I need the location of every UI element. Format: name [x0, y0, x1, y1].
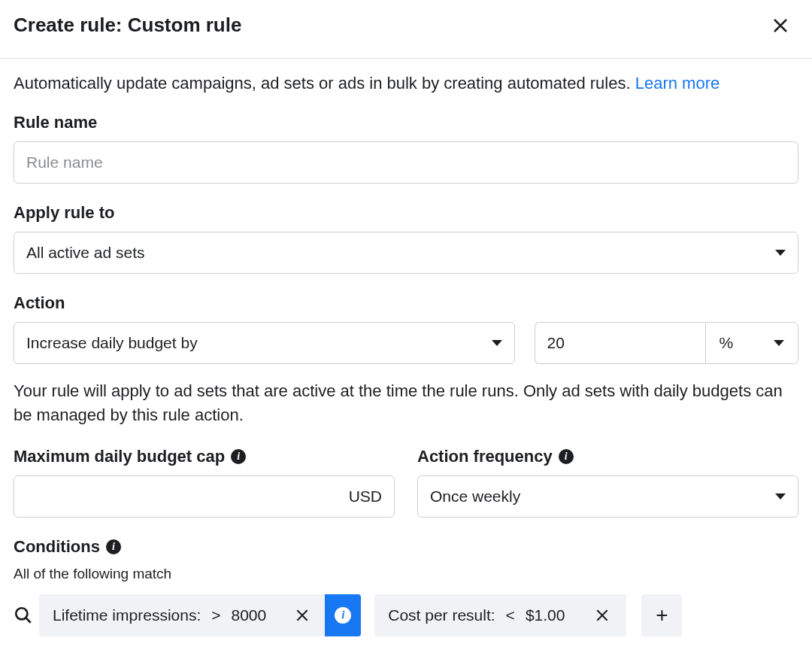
info-icon[interactable]: i: [231, 449, 246, 464]
budget-cap-label-text: Maximum daily budget cap: [14, 447, 225, 466]
condition-remove-button[interactable]: [289, 605, 316, 626]
frequency-selected: Once weekly: [430, 487, 520, 506]
condition-metric: Cost per result:: [388, 606, 495, 624]
search-icon[interactable]: [14, 606, 33, 625]
apply-to-selected: All active ad sets: [26, 244, 145, 262]
close-icon: [295, 608, 310, 623]
action-value-input[interactable]: [535, 322, 705, 364]
apply-to-label: Apply rule to: [14, 203, 798, 223]
action-value-group: %: [535, 322, 798, 364]
info-icon[interactable]: i: [559, 449, 574, 464]
chevron-down-icon: [492, 340, 502, 346]
condition-operator: >: [211, 606, 220, 624]
chevron-down-icon: [774, 340, 784, 346]
close-icon: [771, 17, 789, 35]
intro-copy: Automatically update campaigns, ad sets …: [14, 74, 635, 93]
chevron-down-icon: [775, 493, 786, 499]
conditions-label-text: Conditions: [14, 537, 100, 557]
condition-chip-body[interactable]: Lifetime impressions: > 8000: [39, 594, 280, 636]
close-icon: [595, 608, 610, 623]
condition-info-badge[interactable]: i: [325, 594, 361, 636]
budget-cap-label: Maximum daily budget cap i: [14, 447, 395, 466]
action-unit-selected: %: [720, 334, 734, 352]
action-unit-select[interactable]: %: [705, 322, 798, 364]
rule-name-label: Rule name: [14, 113, 798, 132]
action-label: Action: [14, 293, 798, 313]
conditions-label: Conditions i: [14, 537, 798, 557]
condition-chip: Lifetime impressions: > 8000 i: [39, 594, 361, 636]
close-button[interactable]: [768, 14, 792, 40]
info-icon[interactable]: i: [106, 539, 121, 554]
conditions-subtext: All of the following match: [14, 566, 798, 582]
action-helper-text: Your rule will apply to ad sets that are…: [14, 379, 798, 427]
svg-point-0: [16, 608, 27, 619]
condition-operator: <: [506, 606, 515, 624]
add-condition-button[interactable]: +: [641, 594, 682, 636]
modal-header: Create rule: Custom rule: [0, 0, 812, 59]
condition-chip-body[interactable]: Cost per result: < $1.00: [374, 594, 578, 636]
condition-chip: Cost per result: < $1.00: [374, 594, 626, 636]
condition-value: 8000: [232, 606, 267, 624]
action-type-selected: Increase daily budget by: [26, 334, 198, 352]
frequency-label-text: Action frequency: [417, 447, 553, 466]
intro-text: Automatically update campaigns, ad sets …: [14, 74, 798, 93]
condition-remove-button[interactable]: [589, 605, 616, 626]
apply-to-select[interactable]: All active ad sets: [14, 232, 798, 274]
learn-more-link[interactable]: Learn more: [635, 74, 720, 93]
frequency-select[interactable]: Once weekly: [417, 475, 798, 518]
frequency-label: Action frequency i: [417, 447, 798, 466]
modal-title: Create rule: Custom rule: [14, 14, 241, 37]
budget-cap-suffix: USD: [349, 487, 382, 506]
condition-metric: Lifetime impressions:: [53, 606, 201, 624]
chevron-down-icon: [775, 250, 786, 256]
conditions-row: Lifetime impressions: > 8000 i: [14, 594, 798, 636]
budget-cap-input[interactable]: [14, 476, 349, 517]
info-icon: i: [335, 607, 351, 624]
action-type-select[interactable]: Increase daily budget by: [14, 322, 515, 364]
condition-value: $1.00: [526, 606, 565, 624]
rule-name-input[interactable]: [14, 141, 798, 184]
budget-cap-field: USD: [14, 475, 395, 518]
plus-icon: +: [656, 603, 668, 627]
